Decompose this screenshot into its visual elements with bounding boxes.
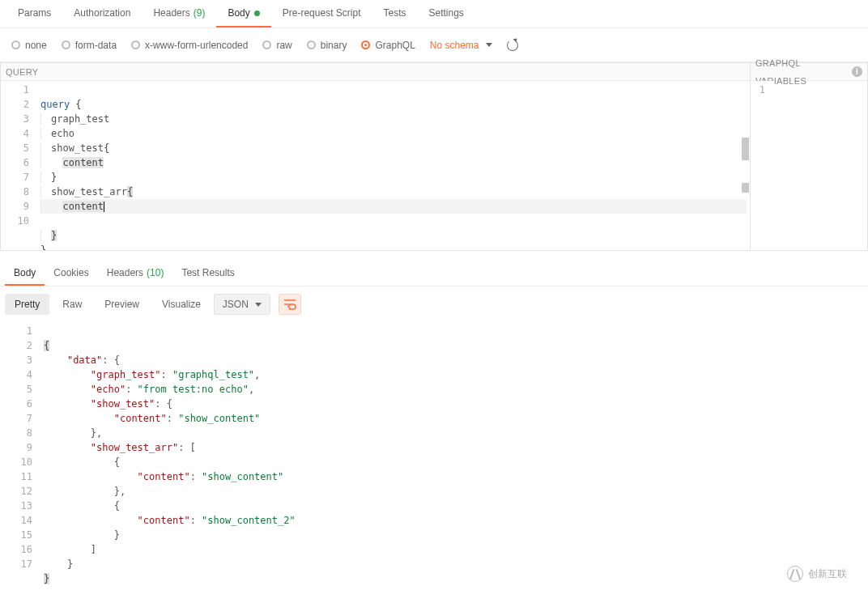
schema-dropdown[interactable]: No schema bbox=[430, 40, 492, 51]
radio-icon bbox=[11, 40, 20, 49]
resp-tab-body[interactable]: Body bbox=[5, 261, 45, 286]
variables-gutter: 1 bbox=[751, 81, 773, 250]
watermark: 创新互联 bbox=[782, 562, 863, 585]
radio-icon bbox=[131, 40, 140, 49]
request-tabs: Params Authorization Headers(9) Body Pre… bbox=[0, 0, 868, 28]
body-type-none[interactable]: none bbox=[11, 40, 47, 51]
variables-editor[interactable]: 1 bbox=[751, 81, 867, 250]
headers-count: (9) bbox=[194, 7, 206, 19]
body-type-binary[interactable]: binary bbox=[307, 40, 347, 51]
body-modified-dot bbox=[254, 11, 260, 16]
query-gutter: 1 2 3 4 5 6 7 8 9 10 bbox=[1, 81, 37, 250]
body-type-formdata[interactable]: form-data bbox=[62, 40, 117, 51]
refresh-icon[interactable] bbox=[507, 40, 518, 51]
info-icon[interactable]: i bbox=[852, 66, 862, 77]
body-type-urlencoded[interactable]: x-www-form-urlencoded bbox=[131, 40, 248, 51]
response-code[interactable]: { "data": { "graph_test": "graphql_test"… bbox=[40, 322, 868, 588]
query-editor[interactable]: 1 2 3 4 5 6 7 8 9 10 query { graph_test … bbox=[1, 81, 750, 250]
watermark-logo-icon bbox=[787, 566, 803, 582]
resp-headers-count: (10) bbox=[147, 267, 164, 278]
tab-params[interactable]: Params bbox=[6, 0, 62, 28]
resp-tab-headers[interactable]: Headers(10) bbox=[98, 261, 173, 286]
response-gutter: 1234567891011121314151617 bbox=[0, 322, 40, 588]
variables-code[interactable] bbox=[773, 81, 867, 250]
format-select[interactable]: JSON bbox=[214, 294, 270, 315]
variables-pane: GRAPHQL VARIABLES i 1 bbox=[751, 62, 868, 251]
response-toolbar: Pretty Raw Preview Visualize JSON bbox=[0, 287, 868, 322]
mode-visualize[interactable]: Visualize bbox=[152, 294, 211, 315]
body-type-raw[interactable]: raw bbox=[262, 40, 291, 51]
mode-raw[interactable]: Raw bbox=[53, 294, 91, 315]
scrollbar[interactable] bbox=[742, 138, 749, 160]
radio-icon bbox=[361, 40, 370, 49]
tab-settings[interactable]: Settings bbox=[418, 0, 475, 28]
wrap-lines-button[interactable] bbox=[279, 294, 301, 315]
scrollbar[interactable] bbox=[742, 183, 749, 193]
radio-icon bbox=[262, 40, 271, 49]
tab-body[interactable]: Body bbox=[216, 0, 270, 28]
response-tabs: Body Cookies Headers(10) Test Results bbox=[0, 261, 868, 287]
query-code[interactable]: query { graph_test echo show_test{ conte… bbox=[37, 81, 750, 250]
query-header: QUERY bbox=[1, 63, 750, 81]
graphql-editors: QUERY 1 2 3 4 5 6 7 8 9 10 query { graph… bbox=[0, 62, 868, 251]
mode-preview[interactable]: Preview bbox=[95, 294, 149, 315]
body-type-graphql[interactable]: GraphQL bbox=[361, 40, 415, 51]
tab-authorization[interactable]: Authorization bbox=[62, 0, 142, 28]
response-body[interactable]: 1234567891011121314151617 { "data": { "g… bbox=[0, 322, 868, 588]
resp-tab-cookies[interactable]: Cookies bbox=[45, 261, 97, 286]
tab-tests[interactable]: Tests bbox=[372, 0, 417, 28]
mode-pretty[interactable]: Pretty bbox=[5, 294, 49, 315]
tab-headers[interactable]: Headers(9) bbox=[142, 0, 216, 28]
chevron-down-icon bbox=[255, 303, 262, 307]
resp-tab-results[interactable]: Test Results bbox=[172, 261, 243, 286]
tab-prerequest[interactable]: Pre-request Script bbox=[271, 0, 372, 28]
radio-icon bbox=[307, 40, 316, 49]
body-type-row: none form-data x-www-form-urlencoded raw… bbox=[0, 28, 868, 62]
radio-icon bbox=[62, 40, 70, 49]
query-pane: QUERY 1 2 3 4 5 6 7 8 9 10 query { graph… bbox=[0, 62, 751, 251]
variables-header: GRAPHQL VARIABLES i bbox=[751, 63, 867, 81]
chevron-down-icon bbox=[486, 43, 492, 47]
